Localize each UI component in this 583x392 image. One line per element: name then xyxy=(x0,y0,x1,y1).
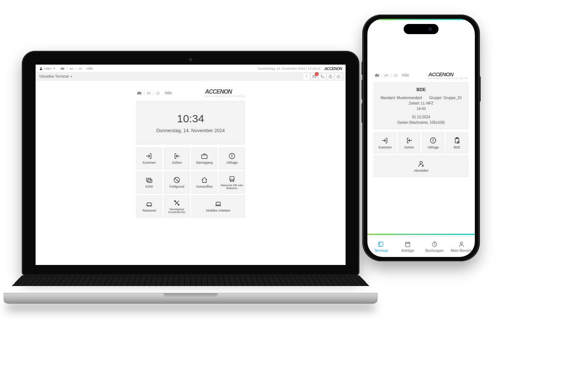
abfrage-button[interactable]: Abfrage xyxy=(422,132,444,154)
lang-cz[interactable]: cz xyxy=(155,91,161,95)
lang-en[interactable]: en xyxy=(383,73,390,77)
language-switch-top[interactable]: de|en|cz xyxy=(60,67,83,70)
tab-antraege[interactable]: Anträge xyxy=(394,236,421,257)
bde-info-panel: BDE Mandant: Mustermandant Gruppe: Grupp… xyxy=(374,82,468,129)
tab-label: Anträge xyxy=(401,249,414,253)
accent-bar-bottom xyxy=(367,234,475,235)
brand-logo: ACCENON UNTERNEHMENSSOFTWARE xyxy=(205,89,245,97)
mandant: Mandant: Mustermandant xyxy=(381,95,422,101)
tab-label: Mein Bereich xyxy=(451,249,472,253)
alert-icon[interactable] xyxy=(303,73,310,80)
help-link-top[interactable]: Hilfe xyxy=(86,67,93,70)
info-icon xyxy=(429,137,437,144)
cardswap-icon xyxy=(146,176,153,184)
gruppe: Gruppe: Gruppe_33 xyxy=(429,95,462,101)
briefcase-icon xyxy=(201,152,208,160)
calendar-icon xyxy=(404,241,411,248)
lang-de[interactable]: de xyxy=(60,67,66,70)
tab-label: Buchungen xyxy=(425,249,444,253)
page-title: Virtuelles Terminal xyxy=(39,74,73,78)
timer-icon[interactable] xyxy=(335,73,342,80)
bus-icon xyxy=(228,175,236,183)
car-icon xyxy=(146,200,153,208)
laptop-base xyxy=(4,293,378,304)
button-label: Kommen xyxy=(379,146,392,149)
button-label: Reisezeit xyxy=(142,209,156,213)
lang-en[interactable]: en xyxy=(146,91,152,95)
gehen-button[interactable]: Gehen xyxy=(398,132,420,154)
phone-icon[interactable] xyxy=(319,73,326,80)
dienstgang-kt-button[interactable]: Dienstgang/ Kundentermin xyxy=(164,195,190,218)
button-label: KSW xyxy=(145,185,154,189)
help-link[interactable]: Hilfe xyxy=(402,73,409,77)
ksw-button[interactable]: KSW xyxy=(136,171,162,194)
tab-meinbereich[interactable]: Mein Bereich xyxy=(448,236,475,257)
button-label: Mobiles Arbeiten xyxy=(205,209,231,213)
virtual-terminal: de|en|cz Hilfe ACCENON UNTERNEHMENSSOFTW… xyxy=(136,87,245,218)
gehen-button[interactable]: Gehen xyxy=(164,147,190,170)
tab-buchungen[interactable]: Buchungen xyxy=(421,236,448,257)
info-icon xyxy=(228,152,236,160)
laptop-screen: User de|en|cz Hilfe Donnerstag, 14. Nove… xyxy=(36,65,346,265)
info-thanks: Danke (Nachname, 105x106) xyxy=(377,120,465,125)
nocircle-icon xyxy=(173,176,180,184)
lang-cz[interactable]: cz xyxy=(393,73,399,77)
terminal-header: de|en|cz Hilfe ACCENON UNTERNEHMENSSOFTW… xyxy=(136,87,245,99)
fehlgrund-button[interactable]: Fehlgrund xyxy=(164,171,190,194)
home-icon xyxy=(201,176,208,184)
bde-button[interactable]: BDE xyxy=(446,132,468,154)
button-label: Dienstgang xyxy=(195,161,213,165)
button-label: Reisezeit Öffi oder Beifahrer xyxy=(219,184,245,190)
button-label: Gehen xyxy=(404,146,414,149)
kommen-button[interactable]: Kommen xyxy=(374,132,396,154)
zeitart: Zeitart: LL-NFZ xyxy=(377,101,465,106)
language-switch[interactable]: de|en|cz xyxy=(136,91,161,95)
phone-header: de|en|cz Hilfe ACCENON UNTERNEHMENSSOFTW… xyxy=(374,71,468,79)
app-header-sub: Virtuelles Terminal 62 xyxy=(36,73,346,81)
lang-cz[interactable]: cz xyxy=(77,67,83,70)
language-switch[interactable]: de|en|cz xyxy=(374,73,399,77)
lang-de[interactable]: de xyxy=(374,73,380,77)
lang-de[interactable]: de xyxy=(136,91,143,95)
tab-terminal[interactable]: Terminal xyxy=(367,236,394,257)
abmelden-button[interactable]: Abmelden xyxy=(374,155,468,177)
user-icon xyxy=(458,241,465,248)
kommen-button[interactable]: Kommen xyxy=(136,147,162,170)
tab-bar: TerminalAnträgeBuchungenMein Bereich xyxy=(367,236,475,257)
mail-icon[interactable]: 62 xyxy=(311,73,318,80)
clock-panel: 10:34 Donnerstag, 14. November 2024 xyxy=(136,101,245,144)
dynamic-island xyxy=(404,24,439,34)
clipboard-icon xyxy=(453,137,461,144)
panel-title: BDE xyxy=(377,86,465,93)
chevron-down-icon[interactable] xyxy=(70,75,73,78)
button-label: Kommen xyxy=(142,161,156,165)
reisezeit-button[interactable]: Reisezeit xyxy=(136,195,162,218)
help-link[interactable]: Hilfe xyxy=(165,91,172,95)
mail-badge: 62 xyxy=(315,72,319,76)
reisezeit-offi-button[interactable]: Reisezeit Öffi oder Beifahrer xyxy=(219,171,245,194)
stopwatch-icon[interactable] xyxy=(327,73,334,80)
laptop-screen-frame: User de|en|cz Hilfe Donnerstag, 14. Nove… xyxy=(22,51,359,276)
terminal-button-grid: KommenGehenDienstgangAbfrageKSWFehlgrund… xyxy=(136,147,245,218)
header-action-icons: 62 xyxy=(303,73,342,80)
lang-en[interactable]: en xyxy=(69,67,74,70)
login-icon xyxy=(146,152,153,160)
user-menu[interactable]: User xyxy=(39,67,56,70)
laptop-camera xyxy=(189,58,192,61)
header-datetime: Donnerstag, 14. November 2024 | 10:33:04 xyxy=(258,67,321,70)
phone-device: de|en|cz Hilfe ACCENON UNTERNEHMENSSOFTW… xyxy=(363,15,479,261)
info-time: 14:43 xyxy=(377,106,465,111)
info-date: 01.10.2024 xyxy=(377,114,465,120)
mobiles-button[interactable]: Mobiles Arbeiten xyxy=(191,195,245,218)
button-label: Abmelden xyxy=(414,169,429,172)
dienstgang-button[interactable]: Dienstgang xyxy=(191,147,217,170)
homeoffice-button[interactable]: Homeoffice xyxy=(191,171,217,194)
button-label: Fehlgrund xyxy=(169,185,185,189)
abfrage-button[interactable]: Abfrage xyxy=(219,147,245,170)
button-label: Gehen xyxy=(171,161,182,165)
tab-label: Terminal xyxy=(374,249,388,253)
button-label: Dienstgang/ Kundentermin xyxy=(164,208,189,214)
phone-button-grid: KommenGehenAbfrageBDEAbmelden xyxy=(374,132,468,177)
clock-date: Donnerstag, 14. November 2024 xyxy=(156,128,225,133)
terminal-icon xyxy=(378,241,384,248)
